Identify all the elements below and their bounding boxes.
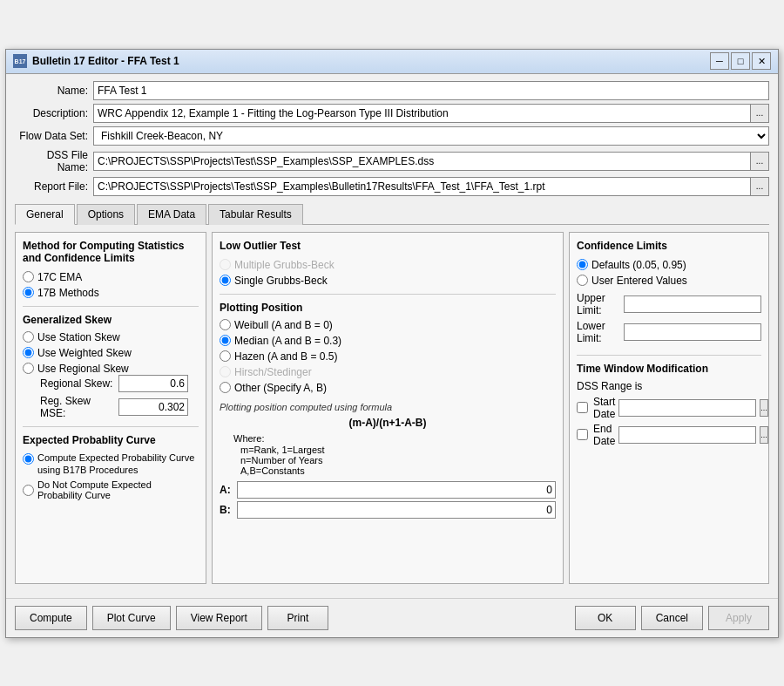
plot-curve-button[interactable]: Plot Curve	[92, 606, 171, 630]
plotting-weibull-radio[interactable]	[220, 319, 231, 330]
apply-button[interactable]: Apply	[708, 606, 769, 630]
regional-skew-row: Regional Skew:	[23, 375, 199, 392]
end-date-checkbox[interactable]	[577, 429, 588, 440]
flow-dataset-row: Flow Data Set: Fishkill Creek-Beacon, NY	[15, 126, 769, 146]
method-17c-ema-radio[interactable]	[23, 271, 34, 282]
skew-station[interactable]: Use Station Skew	[23, 331, 199, 343]
formula-where-section: Where: m=Rank, 1=Largest n=Number of Yea…	[226, 432, 556, 476]
dss-range-section: DSS Range is Start Date ... End Date ...	[577, 380, 761, 447]
b-row: B:	[220, 501, 556, 519]
tab-ema-data[interactable]: EMA Data	[137, 204, 206, 225]
print-button[interactable]: Print	[267, 606, 328, 630]
formula-m: m=Rank, 1=Largest	[240, 445, 556, 455]
tab-options[interactable]: Options	[77, 204, 135, 225]
description-browse-button[interactable]: ...	[750, 104, 769, 123]
dss-file-browse-button[interactable]: ...	[750, 152, 769, 171]
dss-file-input[interactable]	[93, 152, 750, 171]
description-field: ...	[93, 104, 769, 123]
start-date-browse-button[interactable]: ...	[760, 399, 768, 417]
skew-regional-radio[interactable]	[23, 363, 34, 374]
confidence-defaults-radio[interactable]	[577, 259, 588, 270]
time-window-title: Time Window Modification	[577, 363, 761, 375]
name-row: Name:	[15, 81, 769, 100]
minimize-button[interactable]: ─	[710, 52, 729, 70]
a-label: A:	[220, 484, 237, 496]
reg-skew-mse-label: Reg. Skew MSE:	[40, 395, 118, 419]
report-file-browse-button[interactable]: ...	[750, 177, 769, 196]
regional-skew-input[interactable]	[118, 375, 188, 392]
report-file-field: ...	[93, 177, 769, 196]
formula-where-label: Where:	[233, 433, 264, 444]
formula-section: Plotting position computed using formula…	[220, 401, 556, 519]
method-17b-radio[interactable]	[23, 287, 34, 298]
start-date-input[interactable]	[618, 399, 756, 417]
plotting-hazen-radio[interactable]	[220, 350, 231, 362]
lower-limit-label: Lower Limit:	[577, 320, 624, 344]
form-content: Name: Description: ... Flow Data Set: Fi…	[6, 74, 778, 598]
method-17b[interactable]: 17B Methods	[23, 287, 199, 299]
expected-prob-compute[interactable]: Compute Expected Probability Curve using…	[23, 452, 199, 477]
title-bar-controls: ─ □ ✕	[710, 52, 771, 70]
formula-ab: A,B=Constants	[240, 465, 556, 476]
bottom-left-buttons: Compute Plot Curve View Report Print	[15, 606, 328, 630]
middle-panel: Low Outlier Test Multiple Grubbs-Beck Si…	[212, 232, 564, 584]
plotting-median[interactable]: Median (A and B = 0.3)	[220, 335, 556, 347]
cancel-button[interactable]: Cancel	[641, 606, 703, 630]
end-date-label: End Date	[593, 423, 615, 447]
confidence-defaults[interactable]: Defaults (0.05, 0.95)	[577, 259, 761, 271]
end-date-browse-button[interactable]: ...	[760, 426, 768, 444]
end-date-input[interactable]	[618, 426, 756, 444]
panels-container: Method for Computing Statistics and Conf…	[15, 225, 769, 591]
upper-limit-input[interactable]	[624, 295, 761, 313]
confidence-user-radio[interactable]	[577, 275, 588, 286]
upper-limit-label: Upper Limit:	[577, 292, 624, 316]
plotting-weibull[interactable]: Weibull (A and B = 0)	[220, 319, 556, 331]
plotting-hirsch-radio[interactable]	[220, 366, 231, 377]
method-17c-ema[interactable]: 17C EMA	[23, 271, 199, 283]
plotting-formula: (m-A)/(n+1-A-B)	[220, 417, 556, 429]
title-bar: B17 Bulletin 17 Editor - FFA Test 1 ─ □ …	[6, 50, 778, 74]
expected-prob-no[interactable]: Do Not Compute Expected Probability Curv…	[23, 479, 199, 500]
plotting-hirsch[interactable]: Hirsch/Stedinger	[220, 366, 556, 378]
plotting-other[interactable]: Other (Specify A, B)	[220, 382, 556, 394]
flow-dataset-select[interactable]: Fishkill Creek-Beacon, NY	[93, 126, 769, 146]
low-outlier-multiple-radio[interactable]	[220, 259, 231, 270]
tab-general[interactable]: General	[15, 204, 75, 225]
plotting-other-radio[interactable]	[220, 382, 231, 393]
maximize-button[interactable]: □	[731, 52, 750, 70]
confidence-user[interactable]: User Entered Values	[577, 275, 761, 287]
skew-weighted[interactable]: Use Weighted Skew	[23, 347, 199, 359]
expected-prob-compute-radio[interactable]	[23, 453, 34, 465]
skew-regional[interactable]: Use Regional Skew	[23, 363, 199, 375]
compute-button[interactable]: Compute	[15, 606, 87, 630]
name-label: Name:	[15, 85, 93, 97]
ok-button[interactable]: OK	[575, 606, 636, 630]
plotting-hazen[interactable]: Hazen (A and B = 0.5)	[220, 350, 556, 363]
tab-tabular-results[interactable]: Tabular Results	[208, 204, 303, 225]
report-file-input[interactable]	[93, 177, 750, 196]
low-outlier-multiple[interactable]: Multiple Grubbs-Beck	[220, 259, 556, 271]
plotting-radio-group: Weibull (A and B = 0) Median (A and B = …	[220, 319, 556, 394]
low-outlier-single[interactable]: Single Grubbs-Beck	[220, 275, 556, 287]
confidence-title: Confidence Limits	[577, 240, 761, 252]
skew-weighted-radio[interactable]	[23, 347, 34, 358]
close-button[interactable]: ✕	[752, 52, 771, 70]
regional-skew-label: Regional Skew:	[40, 377, 118, 390]
dss-file-row: DSS File Name: ...	[15, 149, 769, 173]
main-window: B17 Bulletin 17 Editor - FFA Test 1 ─ □ …	[5, 49, 779, 638]
start-date-row: Start Date ...	[577, 396, 761, 420]
report-file-row: Report File: ...	[15, 177, 769, 196]
start-date-checkbox[interactable]	[577, 402, 588, 413]
view-report-button[interactable]: View Report	[176, 606, 262, 630]
name-input[interactable]	[93, 81, 769, 100]
a-input[interactable]	[237, 481, 556, 499]
description-input[interactable]	[93, 104, 750, 123]
b-input[interactable]	[237, 501, 556, 519]
expected-prob-no-radio[interactable]	[23, 485, 34, 496]
plotting-median-radio[interactable]	[220, 335, 231, 346]
low-outlier-single-radio[interactable]	[220, 275, 231, 286]
lower-limit-row: Lower Limit:	[577, 320, 761, 344]
reg-skew-mse-input[interactable]	[118, 398, 188, 416]
lower-limit-input[interactable]	[624, 323, 761, 341]
skew-station-radio[interactable]	[23, 331, 34, 343]
